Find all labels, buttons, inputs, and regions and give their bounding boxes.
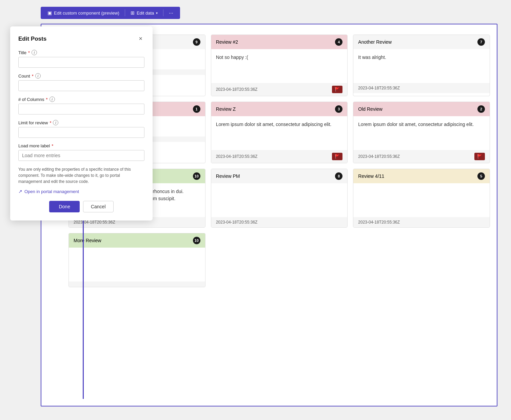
review-card-body: Lorem ipsum dolor sit amet, consectetur … <box>353 116 490 150</box>
done-button[interactable]: Done <box>49 201 79 212</box>
review-date: 2023-04-18T20:55:36Z <box>216 154 258 159</box>
count-label: Count * i <box>18 73 144 79</box>
review-card-footer: 2023-04-18T20:55:36Z <box>353 83 490 93</box>
portal-management-link[interactable]: ↗ Open in portal management <box>18 189 144 194</box>
review-card-footer: 2023-04-18T20:55:36Z <box>353 217 490 227</box>
review-card-footer: 2023-04-18T20:55:36Z 🚩 <box>353 150 490 163</box>
modal-title: Edit Posts <box>18 36 46 42</box>
review-card-footer <box>69 281 205 287</box>
review-date: 2023-04-18T20:55:36Z <box>358 154 400 159</box>
title-label: Title * i <box>18 50 144 55</box>
form-note: You are only editing the properties of a… <box>18 166 144 185</box>
review-card: Another Review 7 It was alright. 2023-04… <box>353 35 490 96</box>
data-icon: ⊞ <box>131 10 135 16</box>
review-card: More Review 10 <box>68 233 205 287</box>
limit-input[interactable] <box>18 127 144 138</box>
review-date: 2023-04-18T20:55:36Z <box>216 220 258 225</box>
review-card: Old Review 2 Lorem ipsum dolor sit amet,… <box>353 102 490 163</box>
review-card-body: It was alright. <box>353 49 490 83</box>
load-more-required: * <box>52 143 53 148</box>
review-card-footer: 2023-04-18T20:55:36Z 🚩 <box>211 83 348 96</box>
review-title: Review PM <box>216 173 240 179</box>
review-card-body <box>353 183 490 217</box>
count-input[interactable] <box>18 80 144 91</box>
modal-close-button[interactable]: × <box>137 35 144 43</box>
edit-data-button[interactable]: ⊞ Edit data ▾ <box>127 9 161 17</box>
review-card-body <box>69 248 205 281</box>
title-input[interactable] <box>18 57 144 68</box>
review-date: 2023-04-18T20:55:36Z <box>358 86 400 90</box>
review-badge: 3 <box>335 105 342 113</box>
toolbar-separator-2 <box>163 9 163 16</box>
review-card: Review #2 4 Not so happy :( 2023-04-18T2… <box>211 35 348 96</box>
review-badge: 8 <box>335 172 342 180</box>
review-date: 2023-04-18T20:55:36Z <box>216 87 258 92</box>
edit-data-label: Edit data <box>137 10 154 16</box>
review-title: Review #2 <box>216 39 238 45</box>
review-card-footer: 2023-04-18T20:55:36Z 🚩 <box>211 150 348 163</box>
title-info-icon[interactable]: i <box>32 50 37 55</box>
review-title: Another Review <box>358 39 392 45</box>
title-required: * <box>28 50 30 55</box>
review-card-header: Review Z 3 <box>211 102 348 116</box>
toolbar-separator <box>125 9 125 16</box>
review-badge: 10 <box>193 172 200 180</box>
review-badge: 2 <box>477 105 485 113</box>
columns-info-icon[interactable]: i <box>50 97 55 102</box>
flag-button[interactable]: 🚩 <box>332 153 342 160</box>
more-options-button[interactable]: ⋯ <box>165 9 177 17</box>
columns-field-group: # of Columns * i <box>18 97 144 114</box>
review-card-header: Review #2 4 <box>211 35 348 49</box>
modal-header: Edit Posts × <box>18 35 144 43</box>
review-date: 2023-04-18T20:55:36Z <box>358 220 400 225</box>
load-more-label: Load more label * <box>18 143 144 148</box>
load-more-field-group: Load more label * <box>18 143 144 161</box>
review-title: Review 4/11 <box>358 173 384 179</box>
review-card-header: Another Review 7 <box>353 35 490 49</box>
limit-field-group: Limit for review * i <box>18 120 144 138</box>
review-card-header: Old Review 2 <box>353 102 490 116</box>
review-card-footer: 2023-04-18T20:55:36Z <box>211 217 348 227</box>
review-badge: 4 <box>335 38 342 46</box>
limit-info-icon[interactable]: i <box>53 120 58 125</box>
more-icon: ⋯ <box>169 10 173 16</box>
review-card: Review Z 3 Lorem ipsum dolor sit amet, c… <box>211 102 348 163</box>
flag-button[interactable]: 🚩 <box>474 153 485 160</box>
component-icon: ▣ <box>47 10 52 16</box>
review-card-header: More Review 10 <box>69 233 205 248</box>
review-card-body: Lorem ipsum dolor sit amet, consectetur … <box>211 116 348 150</box>
review-date: 2023-04-18T20:55:36Z <box>74 220 115 225</box>
external-link-icon: ↗ <box>18 189 22 194</box>
review-badge: 5 <box>477 172 485 180</box>
review-card-body <box>211 183 348 217</box>
count-required: * <box>32 74 34 79</box>
portal-link-label: Open in portal management <box>24 189 79 194</box>
edit-posts-modal: Edit Posts × Title * i Count * i # of Co… <box>10 26 153 220</box>
review-card: Review 4/11 5 2023-04-18T20:55:36Z <box>353 169 490 228</box>
limit-label: Limit for review * i <box>18 120 144 125</box>
limit-required: * <box>50 120 51 125</box>
load-more-input[interactable] <box>18 150 144 161</box>
review-badge: 9 <box>193 38 200 46</box>
review-card-header: Review PM 8 <box>211 169 348 183</box>
edit-component-button[interactable]: ▣ Edit custom component (preview) <box>44 9 123 17</box>
toolbar: ▣ Edit custom component (preview) ⊞ Edit… <box>41 7 180 19</box>
title-field-group: Title * i <box>18 50 144 68</box>
review-title: Old Review <box>358 106 382 112</box>
edit-component-label: Edit custom component (preview) <box>54 10 119 16</box>
review-title: More Review <box>74 238 101 243</box>
flag-button[interactable]: 🚩 <box>332 86 342 93</box>
chevron-down-icon: ▾ <box>156 11 158 15</box>
review-badge: 7 <box>477 38 485 46</box>
review-badge: 1 <box>193 105 200 113</box>
review-title: Review Z <box>216 106 236 112</box>
modal-footer: Done Cancel <box>18 201 144 212</box>
review-card-body: Not so happy :( <box>211 49 348 83</box>
count-info-icon[interactable]: i <box>35 73 41 79</box>
count-field-group: Count * i <box>18 73 144 91</box>
columns-input[interactable] <box>18 104 144 114</box>
cancel-button[interactable]: Cancel <box>83 201 114 212</box>
columns-required: * <box>46 97 48 102</box>
modal-overlay: Edit Posts × Title * i Count * i # of Co… <box>10 26 153 220</box>
review-card: Review PM 8 2023-04-18T20:55:36Z <box>211 169 348 228</box>
